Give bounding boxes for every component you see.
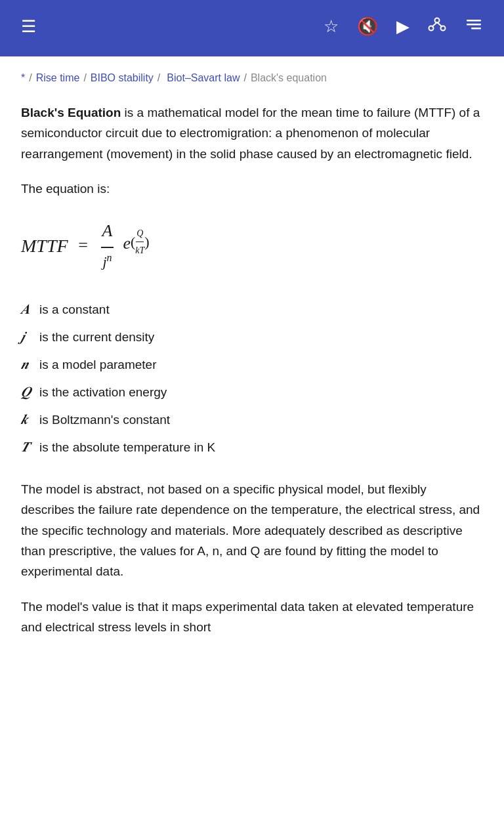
svg-rect-5 xyxy=(467,20,481,22)
eq-superscript: ( Q kT ) xyxy=(131,226,150,258)
var-A-desc: is a constant xyxy=(39,297,110,322)
intro-paragraph: Black's Equation is a mathematical model… xyxy=(21,102,483,164)
equation-formula: MTTF = A jn e ( Q kT ) xyxy=(21,217,150,274)
var-Q-desc: is the activation energy xyxy=(39,380,167,405)
eq-exponential: e ( Q kT ) xyxy=(123,230,149,262)
eq-fraction-main: A jn xyxy=(101,217,114,274)
eq-equals: = xyxy=(77,232,89,260)
top-bar-right-icons: ☆ 🔇 ▶ xyxy=(318,10,488,43)
var-T-symbol: 𝑻 xyxy=(21,433,35,461)
var-T-desc: is the absolute temperature in K xyxy=(39,435,215,460)
breadcrumb-sep-4: / xyxy=(243,72,246,84)
var-k: 𝒌 is Boltzmann's constant xyxy=(21,406,483,433)
eq-small-denominator: kT xyxy=(135,242,144,258)
var-Q: 𝑸 is the activation energy xyxy=(21,378,483,406)
article-title: Black's Equation xyxy=(21,106,121,119)
svg-rect-6 xyxy=(467,24,481,26)
equation-intro-text: The equation is: xyxy=(21,178,483,199)
var-k-desc: is Boltzmann's constant xyxy=(39,408,170,432)
svg-point-0 xyxy=(435,18,440,22)
menu-icon[interactable]: ☰ xyxy=(16,11,41,42)
eq-numerator: A xyxy=(101,217,114,248)
var-n-symbol: 𝒏 xyxy=(21,350,35,378)
breadcrumb-current: Black's equation xyxy=(251,72,327,84)
eq-fraction-small: Q kT xyxy=(135,226,144,258)
article-content: * / Rise time / BIBO stability / Biot–Sa… xyxy=(0,56,504,678)
eq-denominator: jn xyxy=(102,248,112,274)
var-A-symbol: 𝑨 xyxy=(21,295,35,323)
top-bar: ☰ ☆ 🔇 ▶ xyxy=(0,0,504,52)
var-n: 𝒏 is a model parameter xyxy=(21,350,483,378)
share-icon[interactable] xyxy=(423,10,452,43)
article-body: Black's Equation is a mathematical model… xyxy=(21,102,483,637)
svg-line-3 xyxy=(432,22,437,27)
eq-small-numerator: Q xyxy=(136,226,144,242)
breadcrumb-sep-2: / xyxy=(83,72,86,84)
eq-lhs: MTTF xyxy=(21,231,68,261)
star-icon[interactable]: ☆ xyxy=(318,11,344,42)
breadcrumb-sep-3: / xyxy=(158,72,160,84)
svg-line-4 xyxy=(437,22,442,27)
play-icon[interactable]: ▶ xyxy=(391,11,415,42)
eq-open-paren: ( xyxy=(131,235,135,249)
breadcrumb-rise-time[interactable]: Rise time xyxy=(36,72,80,84)
equation-block: MTTF = A jn e ( Q kT ) xyxy=(21,217,483,274)
var-k-symbol: 𝒌 xyxy=(21,406,35,433)
var-Q-symbol: 𝑸 xyxy=(21,378,35,406)
breadcrumb: * / Rise time / BIBO stability / Biot–Sa… xyxy=(21,72,483,84)
var-j-symbol: 𝒋 xyxy=(21,323,35,350)
mute-icon[interactable]: 🔇 xyxy=(352,11,383,42)
var-A: 𝑨 is a constant xyxy=(21,295,483,323)
breadcrumb-bibo-stability[interactable]: BIBO stability xyxy=(91,72,154,84)
eq-close-paren: ) xyxy=(144,235,149,249)
paragraph-3: The model's value is that it maps experi… xyxy=(21,597,483,638)
breadcrumb-sep-1: / xyxy=(29,72,32,84)
variable-list: 𝑨 is a constant 𝒋 is the current density… xyxy=(21,295,483,461)
var-T: 𝑻 is the absolute temperature in K xyxy=(21,433,483,461)
breadcrumb-biot-savart[interactable]: Biot–Savart law xyxy=(167,72,240,84)
var-n-desc: is a model parameter xyxy=(39,352,156,377)
var-j-desc: is the current density xyxy=(39,325,154,350)
eq-e-base: e xyxy=(123,230,131,258)
paragraph-2: The model is abstract, not based on a sp… xyxy=(21,479,483,582)
svg-rect-7 xyxy=(471,28,481,30)
breadcrumb-home[interactable]: * xyxy=(21,72,25,84)
var-j: 𝒋 is the current density xyxy=(21,323,483,350)
overflow-menu-icon[interactable] xyxy=(459,10,488,43)
